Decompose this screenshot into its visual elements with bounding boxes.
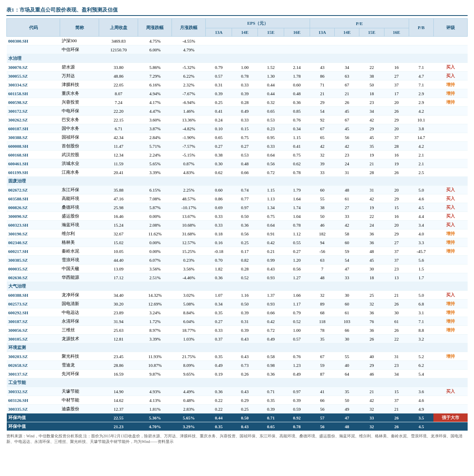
cell-pe15: 19 — [359, 203, 384, 212]
cell-week: 6.15% — [138, 186, 172, 194]
cell-pb: 5.4 — [409, 370, 433, 378]
cell-name: 天壕节能 — [60, 387, 99, 396]
cell-pe13: 59 — [310, 361, 335, 370]
cell-eps13: 0.33 — [206, 221, 232, 229]
category-label: 水治理 — [7, 54, 468, 63]
cell-eps14: 0.97 — [232, 203, 257, 212]
category-row: 环境监测 — [7, 343, 468, 352]
cell-eps13: 0.49 — [206, 361, 232, 370]
cell-close: 10.05 — [99, 247, 138, 256]
cell-close: 22.05 — [99, 80, 138, 89]
cell-month: -7.57% — [172, 142, 206, 151]
cell-name: 聚光科技 — [60, 352, 99, 361]
cell-rating: 增持 — [433, 326, 467, 335]
cell-eps15: 0.71 — [258, 387, 284, 396]
cell-rating: 买入 — [433, 194, 467, 203]
cell-close: 48.86 — [99, 72, 138, 80]
cell-week: 3.39% — [138, 335, 172, 343]
cell-close: 12.34 — [99, 151, 138, 159]
cell-week: 4.47% — [138, 107, 172, 116]
cell-code: 002573.SZ — [7, 300, 60, 308]
cell-eps14: 0.43 — [232, 387, 257, 396]
cell-close: 25.98 — [99, 203, 138, 212]
cell-code: 300335.SZ — [7, 405, 60, 413]
cell-pe13: 87 — [310, 370, 335, 378]
cell-eps15: 0.32 — [258, 98, 284, 107]
cell-pe16: 21 — [384, 291, 409, 300]
table-row: 300190.SZ 维尔利 32.67 11.62% 31.68% 0.18 0… — [7, 229, 468, 238]
summary-eps13: 0.44 — [206, 413, 232, 422]
cell-code: 300070.SZ — [7, 63, 60, 72]
cell-eps16: 0.34 — [284, 124, 310, 133]
header-eps16: 16E — [284, 28, 310, 37]
cell-eps15: 0.75 — [258, 212, 284, 221]
cell-eps16: 0.76 — [284, 352, 310, 361]
cell-pe14: 56 — [335, 133, 359, 142]
cell-eps16: 0.97 — [284, 387, 310, 396]
header-rating: 评级 — [433, 19, 467, 37]
cell-pe14: 35 — [335, 387, 359, 396]
cell-month: 8.84% — [172, 308, 206, 317]
cell-pb: 5.0 — [409, 291, 433, 300]
cell-pe14: 42 — [335, 142, 359, 151]
cell-eps16: 1.20 — [284, 256, 310, 264]
summary-pb: 3.5 — [409, 413, 433, 422]
cell-name: 武汉控股 — [60, 151, 99, 159]
cell-eps16: 0.79 — [284, 308, 310, 317]
cell-eps14: 0.15 — [232, 124, 257, 133]
summary-month: 3.29% — [172, 422, 206, 431]
cell-eps15: 0.99 — [258, 256, 284, 264]
cell-pb: 2.1 — [409, 151, 433, 159]
cell-eps13: 0.22 — [206, 405, 232, 413]
cell-name: 东江环保 — [60, 186, 99, 194]
cell-month: 8.09% — [172, 361, 206, 370]
cell-month: -7.67% — [172, 89, 206, 98]
cell-code: 603588.SH — [7, 194, 60, 203]
cell-eps15: 1.34 — [258, 203, 284, 212]
table-row: 300056.SZ 三维丝 25.63 8.97% 18.77% 0.33 0.… — [7, 326, 468, 335]
cell-week: 2.24% — [138, 151, 172, 159]
cell-close: 6.71 — [99, 124, 138, 133]
cell-rating: 买入 — [433, 203, 467, 212]
cell-pe13: 67 — [310, 124, 335, 133]
cell-pe16: 16 — [384, 212, 409, 221]
cell-week: 4.17% — [138, 98, 172, 107]
cell-pe14 — [335, 45, 359, 54]
cell-close: 16.59 — [99, 370, 138, 378]
table-row: 300385.SZ 雪浪环境 44.40 6.07% 0.23% 0.70 0.… — [7, 256, 468, 264]
cell-eps14: 0.25 — [232, 238, 257, 247]
cell-close: 11.59 — [99, 159, 138, 168]
cell-eps14 — [232, 37, 257, 45]
cell-pe13: 48 — [310, 273, 335, 282]
cell-pe15: 42 — [359, 396, 384, 405]
cell-close: 7.24 — [99, 98, 138, 107]
cell-rating — [433, 159, 467, 168]
cell-pe16: 61 — [384, 317, 409, 326]
cell-pe14: 24 — [335, 159, 359, 168]
cell-eps13: 0.57 — [206, 72, 232, 80]
cell-eps14: 0.33 — [232, 116, 257, 124]
cell-name: 中电远达 — [60, 308, 99, 317]
cell-eps13: 0.30 — [206, 159, 232, 168]
summary-row: 环保均值 22.55 5.36% 5.65% 0.44 0.50 0.71 0.… — [7, 413, 468, 422]
cell-close: 12.81 — [99, 335, 138, 343]
cell-rating — [433, 142, 467, 151]
cell-eps13: 0.36 — [206, 387, 232, 396]
cell-pb: 5.0 — [409, 186, 433, 194]
cell-name: 首创股份 — [60, 142, 99, 151]
cell-eps14: 0.53 — [232, 151, 257, 159]
cell-close: 20.41 — [99, 168, 138, 177]
cell-pb: 3.8 — [409, 124, 433, 133]
cell-name: 巴安水务 — [60, 116, 99, 124]
cell-pe14: 50 — [335, 396, 359, 405]
cell-pe14: 26 — [335, 98, 359, 107]
cell-week: 3.56% — [138, 264, 172, 273]
cell-close: 25.63 — [99, 326, 138, 335]
cell-pe13: 89 — [310, 300, 335, 308]
cell-pe13: 118 — [310, 317, 335, 326]
cell-month: 4.49% — [172, 387, 206, 396]
cell-pe14: 33 — [335, 273, 359, 282]
cell-month: 48.57% — [172, 194, 206, 203]
cell-month: 6.04% — [172, 317, 206, 326]
table-row: 603126.SH 中材节能 14.62 4.13% 0.48% 0.22 0.… — [7, 396, 468, 405]
